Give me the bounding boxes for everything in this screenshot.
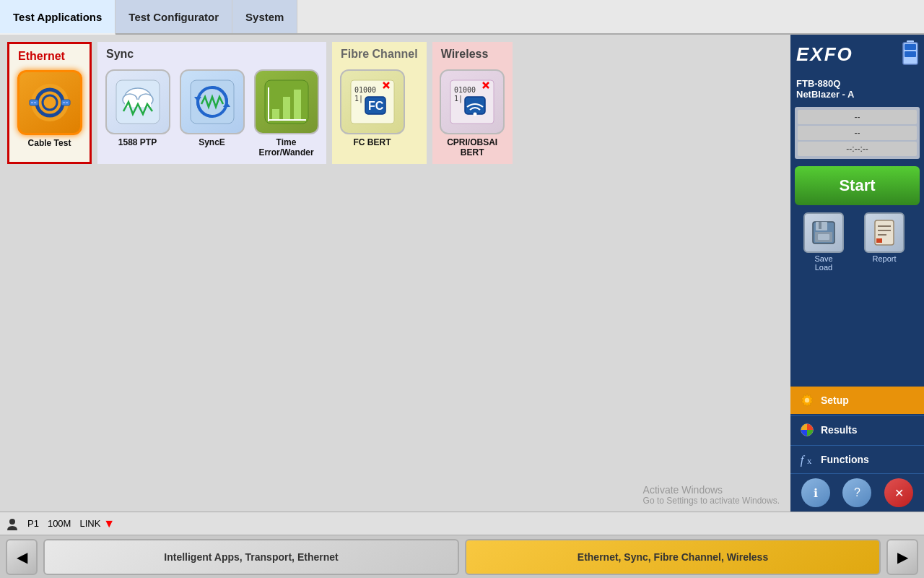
svg-rect-8 [66,102,68,103]
user-icon-svg [6,517,19,530]
results-button[interactable]: Results [790,415,924,444]
svg-rect-43 [819,222,821,229]
cable-test-icon [17,70,82,135]
main-area: Ethernet [0,35,924,512]
synce-svg [187,77,237,127]
ptp-icon [105,69,170,134]
report-label: Report [872,254,896,263]
svg-text:f: f [801,453,806,467]
action-buttons: SaveLoad Report [790,210,924,275]
p1-text: P1 [27,518,39,529]
synce-label: SyncE [199,137,225,147]
top-navigation: Test Applications Test Configurator Syst… [0,0,924,35]
wireless-category-label: Wireless [435,45,510,64]
right-panel-header: EXFO [790,35,924,74]
categories-row: Ethernet [7,42,783,164]
status-panel: -- -- --:--:-- [795,107,920,159]
app-cpri-bert[interactable]: 01000 1| [438,69,507,158]
fc-bert-label: FC BERT [354,137,391,147]
app-cable-test[interactable]: Cable Test [15,70,84,148]
fibre-items: 01000 1| FC FC BERT [335,66,424,150]
wireless-section: Wireless 01000 1| [432,42,513,164]
status-bar: P1 100M LINK ▼ [0,512,924,535]
save-load-icon [803,212,844,253]
right-panel: EXFO FTB-880Q NetBlazer - A -- [790,35,924,512]
help-button[interactable]: ? [842,478,871,507]
svg-point-34 [474,113,477,116]
bottom-actions: Setup Results f x [790,387,924,512]
gear-icon [799,392,815,408]
functions-button[interactable]: f x Functions [790,445,924,473]
speed-label: 100M [48,518,71,529]
device-subname: NetBlazer - A [796,89,918,100]
tab-test-applications[interactable]: Test Applications [0,0,116,35]
close-button[interactable]: ✕ [884,478,913,507]
link-status: LINK ▼ [79,517,115,530]
svg-rect-5 [34,102,36,103]
svg-text:FC: FC [368,100,384,112]
speed-text: 100M [48,518,71,529]
svg-rect-4 [31,102,33,103]
wireless-items: 01000 1| [435,66,510,161]
status-row-2: -- [798,126,917,140]
app-synce[interactable]: SyncE [178,69,246,158]
prev-arrow-icon: ◀ [17,548,27,566]
fibre-section: Fibre Channel 01000 1| [332,42,427,164]
functions-label: Functions [821,454,869,465]
save-load-label: SaveLoad [814,254,832,272]
setup-button[interactable]: Setup [790,387,924,414]
device-info: FTB-880Q NetBlazer - A [790,74,924,104]
info-button[interactable]: ℹ [801,478,830,507]
tab-test-configurator[interactable]: Test Configurator [116,0,232,33]
results-label: Results [821,424,858,436]
cpri-bert-label: CPRI/OBSAI BERT [438,137,507,158]
svg-rect-18 [272,109,279,120]
next-nav-arrow[interactable]: ▶ [886,539,918,575]
save-load-button[interactable]: SaveLoad [795,212,853,272]
svg-rect-40 [905,51,916,57]
ethernet-items: Cable Test [12,67,87,151]
app-grid: Ethernet [0,35,790,512]
svg-rect-39 [905,44,916,50]
info-icon: ℹ [814,486,818,500]
save-icon-svg [810,219,837,246]
status-time: --:--:-- [798,142,917,156]
fc-bert-icon: 01000 1| FC [340,69,405,134]
p1-label: P1 [27,518,39,529]
nav-btn-intelligent-label: Intelligent Apps, Transport, Ethernet [164,551,338,563]
nav-btn-ethernet[interactable]: Ethernet, Sync, Fibre Channel, Wireless [465,539,881,575]
report-icon-svg [871,219,898,246]
app-fc-bert[interactable]: 01000 1| FC FC BERT [338,69,406,147]
cpri-bert-icon: 01000 1| [440,69,505,134]
tab-system[interactable]: System [232,0,297,33]
ethernet-section: Ethernet [7,42,92,164]
report-icon [864,212,905,253]
svg-rect-50 [876,238,882,243]
time-error-svg [261,77,312,127]
prev-nav-arrow[interactable]: ◀ [6,539,38,575]
svg-text:1|: 1| [354,95,363,103]
ptp-svg [113,77,163,127]
cpri-bert-svg: 01000 1| [447,77,497,127]
start-button[interactable]: Start [795,166,920,205]
pie-chart-icon [799,422,815,438]
cable-test-label: Cable Test [28,138,71,148]
bottom-icon-row: ℹ ? ✕ [790,473,924,512]
nav-btn-intelligent[interactable]: Intelligent Apps, Transport, Ethernet [43,539,459,575]
next-arrow-icon: ▶ [897,548,908,566]
close-icon: ✕ [894,486,904,500]
svg-text:01000: 01000 [354,86,376,94]
svg-point-52 [805,398,809,402]
app-time-error[interactable]: Time Error/Wander [252,69,321,158]
device-name: FTB-880Q [796,78,918,89]
sync-category-label: Sync [100,45,323,64]
device-battery-icon [902,40,918,68]
help-icon: ? [854,486,860,499]
app-1588-ptp[interactable]: 1588 PTP [103,69,172,158]
time-error-icon [254,69,319,134]
ptp-label: 1588 PTP [118,137,157,147]
report-button[interactable]: Report [855,212,913,272]
svg-rect-20 [294,90,301,120]
synce-icon [180,69,245,134]
fibre-category-label: Fibre Channel [335,45,424,64]
